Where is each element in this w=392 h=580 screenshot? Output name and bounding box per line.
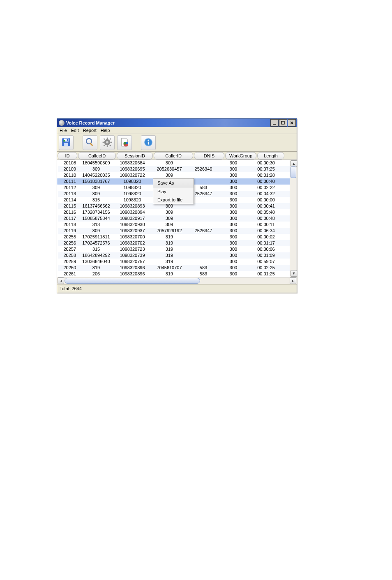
svg-rect-12 [103, 142, 104, 143]
table-row[interactable]: 2025617024572576109832070231930000:01:17 [57, 240, 297, 246]
cell-length: 00:01:28 [249, 172, 277, 178]
cell-calleeid: 309 [78, 185, 115, 191]
cell-dnis [189, 246, 218, 252]
cell-id: 20256 [57, 240, 78, 246]
cell-length: 00:00:41 [249, 203, 277, 209]
table-row[interactable]: 2010930910983206952052630457252634630000… [57, 166, 297, 172]
table-row[interactable]: 2011715085875844109832091730930000:00:48 [57, 215, 297, 222]
cell-sessionid: 1098320739 [115, 252, 150, 259]
cell-id: 20260 [57, 265, 78, 271]
column-header-dnis[interactable]: DNIS [194, 152, 224, 159]
cell-callerid: 7045610707 [150, 265, 189, 271]
document-export-icon [119, 137, 130, 148]
column-header-row: ID CalleeID SessionID CallerID DNIS Work… [57, 152, 297, 160]
column-header-workgroup[interactable]: WorkGroup [225, 152, 256, 159]
cell-length: 00:00:06 [249, 246, 277, 252]
title-bar[interactable]: Voice Record Manager [57, 119, 297, 127]
cell-length: 00:01:09 [249, 252, 277, 259]
menu-help[interactable]: Help [101, 128, 110, 133]
cell-sessionid: 1098320896 [115, 271, 150, 277]
cell-sessionid: 1098320 [115, 178, 150, 185]
table-row[interactable]: 202603191098320896704561070758330000:02:… [57, 265, 297, 271]
svg-rect-0 [273, 124, 276, 125]
svg-rect-16 [109, 138, 111, 140]
scroll-right-button[interactable]: ▸ [290, 277, 296, 284]
cell-dnis [189, 215, 218, 222]
cell-id: 20259 [57, 259, 78, 265]
search-button[interactable] [83, 135, 97, 150]
scroll-up-button[interactable]: ▲ [291, 160, 297, 167]
cell-callerid: 319 [150, 240, 189, 246]
column-header-id[interactable]: ID [58, 152, 77, 159]
cell-length: 00:06:34 [249, 228, 277, 234]
cell-sessionid: 1098320894 [115, 209, 150, 215]
cell-dnis [189, 172, 218, 178]
cell-calleeid: 309 [78, 166, 115, 172]
table-row[interactable]: 20261206109832089631958330000:01:25 [57, 271, 297, 277]
horizontal-scroll-track[interactable] [65, 278, 289, 284]
maximize-button[interactable] [279, 119, 287, 127]
column-header-length[interactable]: Length [257, 152, 284, 159]
app-window: Voice Record Manager File Edit Report He… [57, 118, 297, 293]
export-button[interactable] [117, 135, 132, 150]
table-row[interactable]: 2011014045220035109832072230930000:01:28 [57, 172, 297, 178]
about-button[interactable] [141, 135, 156, 150]
cell-callerid: 319 [150, 259, 189, 265]
scroll-left-button[interactable]: ◂ [58, 277, 64, 284]
table-row[interactable]: 20118313109832093030930000:00:11 [57, 222, 297, 228]
menu-file[interactable]: File [60, 128, 67, 133]
cell-callerid: 319 [150, 271, 189, 277]
table-row[interactable]: 2011617328734156109832089430930000:05:48 [57, 209, 297, 215]
toolbar [57, 134, 297, 152]
cell-workgroup: 300 [218, 271, 249, 277]
cell-workgroup: 300 [218, 234, 249, 240]
table-row[interactable]: 2025913036646040109832075731930000:59:07 [57, 259, 297, 265]
column-header-callerid[interactable]: CallerID [154, 152, 193, 159]
info-icon [143, 137, 154, 148]
cell-workgroup: 300 [218, 172, 249, 178]
context-play[interactable]: Play [153, 187, 194, 196]
settings-button[interactable] [100, 135, 115, 150]
table-row[interactable]: 2025517025911811109832070031930000:00:02 [57, 234, 297, 240]
scroll-down-button[interactable]: ▼ [291, 270, 297, 277]
minimize-button[interactable] [270, 119, 279, 127]
cell-dnis [189, 252, 218, 259]
cell-workgroup: 300 [218, 252, 249, 259]
cell-sessionid: 1098320930 [115, 222, 150, 228]
table-row[interactable]: 2011930910983209377057929192252634730000… [57, 228, 297, 234]
menu-report[interactable]: Report [83, 128, 97, 133]
cell-sessionid: 1098320917 [115, 215, 150, 222]
menu-edit[interactable]: Edit [71, 128, 79, 133]
save-button[interactable] [59, 135, 74, 150]
cell-workgroup: 300 [218, 259, 249, 265]
close-button[interactable] [288, 119, 296, 127]
context-export-to-file[interactable]: Export to file [153, 196, 194, 204]
column-header-calleeid[interactable]: CalleeID [78, 152, 116, 159]
cell-id: 20261 [57, 271, 78, 277]
cell-workgroup: 300 [218, 240, 249, 246]
vertical-scroll-track[interactable] [291, 166, 296, 270]
table-row[interactable]: 2025818642894292109832073931930000:01:09 [57, 252, 297, 259]
cell-id: 20112 [57, 185, 78, 191]
vertical-scroll-thumb[interactable] [291, 166, 296, 178]
cell-sessionid: 1098320702 [115, 240, 150, 246]
cell-id: 20111 [57, 178, 78, 185]
column-header-sessionid[interactable]: SessionID [117, 152, 153, 159]
horizontal-scrollbar[interactable]: ◂ ▸ [57, 277, 297, 284]
cell-id: 20113 [57, 191, 78, 197]
svg-point-9 [106, 141, 108, 143]
cell-workgroup: 300 [218, 222, 249, 228]
svg-rect-17 [104, 145, 105, 146]
table-row[interactable]: 2010818045590509109832068430930000:00:30 [57, 160, 297, 166]
table-row[interactable]: 20257315109832072331930000:00:06 [57, 246, 297, 252]
cell-id: 20119 [57, 228, 78, 234]
horizontal-scroll-thumb[interactable] [65, 278, 200, 284]
cell-sessionid: 1098320896 [115, 265, 150, 271]
cell-workgroup: 300 [218, 191, 249, 197]
context-save-as[interactable]: Save As [153, 178, 194, 187]
cell-callerid: 319 [150, 246, 189, 252]
cell-length: 00:00:00 [249, 197, 277, 203]
cell-workgroup: 300 [218, 215, 249, 222]
vertical-scrollbar[interactable]: ▲ ▼ [290, 160, 297, 277]
cell-dnis: 583 [189, 271, 218, 277]
